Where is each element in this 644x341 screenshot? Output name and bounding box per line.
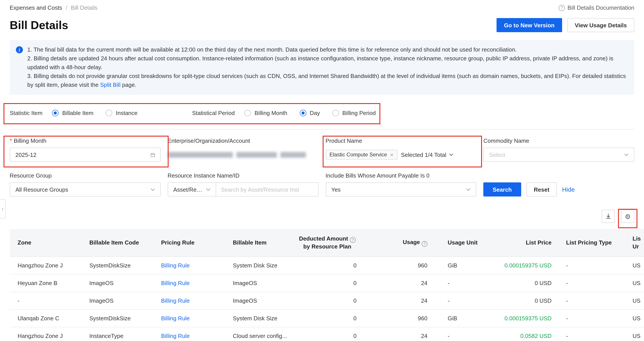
- commodity-name-field: Commodity Name Select: [484, 137, 634, 162]
- question-circle-icon: ?: [559, 5, 565, 11]
- cell-code: SystemDiskSize: [87, 256, 158, 274]
- radio-icon[interactable]: [244, 110, 251, 116]
- cell-code: SystemDiskSize: [87, 309, 158, 327]
- documentation-link-label: Bill Details Documentation: [568, 5, 634, 11]
- notice-line-3: 3. Billing details do not provide granul…: [27, 72, 627, 89]
- divider: [10, 129, 634, 130]
- table-row: Heyuan Zone B ImageOS Billing Rule Image…: [10, 274, 644, 292]
- cell-code: ImageOS: [87, 274, 158, 292]
- cell-usage: 960: [358, 309, 429, 327]
- product-name-field: Product Name Elastic Compute Service × S…: [326, 137, 476, 162]
- cell-code: ImageOS: [87, 292, 158, 309]
- price-unit-header-line2: Ur: [632, 243, 644, 251]
- billing-rule-link[interactable]: Billing Rule: [161, 333, 190, 339]
- bill-table: Zone Billable Item Code Pricing Rule Bil…: [10, 229, 644, 341]
- cell-price-unit: US: [620, 274, 644, 292]
- resource-instance-search-input[interactable]: [216, 182, 319, 196]
- cell-pricing-type: -: [558, 309, 620, 327]
- radio-icon[interactable]: [300, 110, 306, 116]
- breadcrumb-expenses[interactable]: Expenses and Costs: [10, 5, 62, 11]
- close-icon[interactable]: ×: [390, 152, 393, 158]
- redacted-bar: [236, 152, 277, 158]
- radio-icon[interactable]: [52, 110, 59, 116]
- filter-actions: Search Reset Hide: [484, 182, 634, 196]
- billing-month-field: * Billing Month 2025-12: [10, 137, 161, 162]
- include-zero-select[interactable]: Yes: [326, 182, 476, 196]
- billing-month-label-text: Billing Month: [14, 137, 46, 144]
- billing-month-input[interactable]: 2025-12: [10, 148, 161, 162]
- header-buttons: Go to New Version View Usage Details: [496, 18, 634, 32]
- cell-price: 0.000159375 USD: [504, 256, 558, 274]
- go-to-new-version-button[interactable]: Go to New Version: [496, 18, 562, 32]
- table-row: - ImageOS Billing Rule ImageOS 0 24 - 0 …: [10, 292, 644, 309]
- topbar: Expenses and Costs / Bill Details ? Bill…: [0, 0, 644, 11]
- cell-zone: Hangzhou Zone J: [10, 327, 87, 341]
- billing-rule-link[interactable]: Billing Rule: [161, 297, 190, 304]
- notice-line-2: 2. Billing details are updated 24 hours …: [27, 54, 627, 72]
- question-circle-icon[interactable]: ?: [350, 237, 356, 243]
- resource-instance-type-select[interactable]: Asset/Reso...: [168, 182, 216, 196]
- radio-billable-item-label: Billable Item: [62, 110, 94, 116]
- split-bill-link[interactable]: Split Bill: [100, 82, 120, 88]
- product-selected-summary-text: Selected 1/4 Total: [401, 151, 446, 158]
- page-header: Bill Details Go to New Version View Usag…: [0, 17, 644, 33]
- resource-instance-label: Resource Instance Name/ID: [168, 172, 319, 179]
- radio-billing-period-label: Billing Period: [342, 110, 376, 116]
- cell-price: 0 USD: [504, 274, 558, 292]
- col-list-price-unit: Lis Ur: [620, 229, 644, 256]
- deducted-header-line2: by Resource Plan: [296, 243, 358, 251]
- radio-billing-period[interactable]: Billing Period: [332, 110, 376, 116]
- billing-month-label: * Billing Month: [10, 137, 161, 144]
- statistic-filter-row: Statistic Item Billable Item Instance St…: [10, 103, 634, 123]
- redacted-bar: [280, 152, 306, 158]
- radio-icon[interactable]: [332, 110, 339, 116]
- cell-pricing-rule: Billing Rule: [158, 274, 230, 292]
- radio-instance[interactable]: Instance: [106, 110, 137, 116]
- product-name-select[interactable]: Elastic Compute Service × Selected 1/4 T…: [326, 148, 476, 162]
- documentation-link[interactable]: ? Bill Details Documentation: [559, 5, 634, 11]
- question-circle-icon[interactable]: ?: [422, 241, 428, 246]
- billing-month-value: 2025-12: [16, 151, 36, 158]
- cell-deducted: 0: [296, 292, 358, 309]
- radio-billable-item[interactable]: Billable Item: [52, 110, 94, 116]
- search-button[interactable]: Search: [484, 182, 521, 196]
- col-usage-unit: Usage Unit: [429, 229, 504, 256]
- include-zero-value: Yes: [331, 186, 340, 193]
- radio-billing-month[interactable]: Billing Month: [244, 110, 287, 116]
- hide-link[interactable]: Hide: [562, 186, 575, 193]
- table-row: Hangzhou Zone J SystemDiskSize Billing R…: [10, 256, 644, 274]
- radio-icon[interactable]: [106, 110, 112, 116]
- filter-form: * Billing Month 2025-12 Enterprise/Organ…: [10, 137, 634, 196]
- resource-group-select[interactable]: All Resource Groups: [10, 182, 161, 196]
- table-row: Hangzhou Zone J InstanceType Billing Rul…: [10, 327, 644, 341]
- commodity-name-label: Commodity Name: [484, 137, 634, 144]
- view-usage-details-button[interactable]: View Usage Details: [567, 18, 634, 32]
- commodity-name-select[interactable]: Select: [484, 148, 634, 162]
- chevron-down-icon: [206, 188, 210, 191]
- price-value: 0.000159375 USD: [504, 262, 552, 268]
- sidebar-collapse-handle[interactable]: ‹: [0, 199, 6, 218]
- cell-price-unit: US: [620, 292, 644, 309]
- statistical-period-label: Statistical Period: [192, 110, 235, 116]
- settings-button[interactable]: ⚙: [621, 210, 634, 223]
- cell-price: 0.0582 USD: [504, 327, 558, 341]
- cell-pricing-rule: Billing Rule: [158, 327, 230, 341]
- cell-usage: 24: [358, 292, 429, 309]
- product-selected-summary[interactable]: Selected 1/4 Total: [401, 151, 454, 158]
- col-zone: Zone: [10, 229, 87, 256]
- billing-rule-link[interactable]: Billing Rule: [161, 315, 190, 321]
- redacted-bar: [168, 152, 233, 158]
- price-value: 0 USD: [534, 297, 552, 304]
- download-button[interactable]: [602, 210, 615, 223]
- include-zero-field: Include Bills Whose Amount Payable Is 0 …: [326, 172, 476, 196]
- account-field: Enterprise/Organization/Account: [168, 137, 319, 162]
- radio-day[interactable]: Day: [300, 110, 320, 116]
- reset-button[interactable]: Reset: [526, 182, 557, 196]
- billing-rule-link[interactable]: Billing Rule: [161, 262, 190, 268]
- statistic-item-label: Statistic Item: [10, 110, 42, 116]
- cell-item: ImageOS: [230, 292, 296, 309]
- breadcrumb-separator: /: [66, 5, 67, 11]
- billing-rule-link[interactable]: Billing Rule: [161, 279, 190, 286]
- cell-pricing-rule: Billing Rule: [158, 256, 230, 274]
- price-value: 0.0582 USD: [520, 333, 552, 339]
